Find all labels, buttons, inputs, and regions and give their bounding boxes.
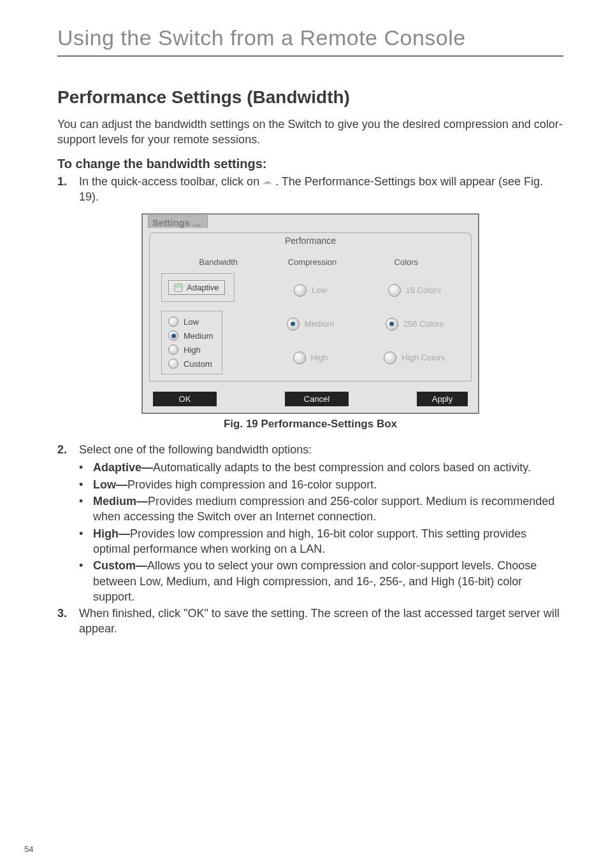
page-number: 54 bbox=[24, 844, 33, 854]
dialog-footer: OK Cancel Apply bbox=[143, 388, 478, 413]
step-2-text: Select one of the following bandwidth op… bbox=[79, 442, 563, 457]
option-high: • High—Provides low compression and high… bbox=[79, 526, 563, 557]
compression-high-radio[interactable]: High bbox=[293, 352, 328, 364]
bandwidth-radio-group: Low Medium High bbox=[161, 311, 222, 374]
option-high-term: High— bbox=[93, 527, 130, 540]
option-low-term: Low— bbox=[93, 478, 127, 491]
bandwidth-high-label: High bbox=[184, 345, 201, 355]
compression-column: Low Medium High bbox=[265, 273, 355, 374]
figure-caption: Fig. 19 Performance-Settings Box bbox=[57, 418, 563, 430]
dialog-title-tab: Settings ... bbox=[148, 215, 208, 228]
colors-high-radio[interactable]: High Colors bbox=[384, 352, 445, 364]
col-header-compression: Compression bbox=[265, 257, 359, 267]
col-header-colors: Colors bbox=[359, 257, 453, 267]
bandwidth-low-label: Low bbox=[184, 317, 199, 327]
colors-256-radio[interactable]: 256 Colors bbox=[386, 318, 444, 331]
adaptive-icon bbox=[174, 283, 183, 292]
step-number: 2. bbox=[57, 442, 79, 457]
option-custom: • Custom—Allows you to select your own c… bbox=[79, 558, 563, 604]
bandwidth-medium-label: Medium bbox=[184, 331, 213, 341]
step-1-text-a: In the quick-access toolbar, click on bbox=[79, 175, 263, 188]
option-low-desc: Provides high compression and 16-color s… bbox=[127, 478, 377, 491]
option-low: • Low—Provides high compression and 16-c… bbox=[79, 477, 563, 492]
option-custom-term: Custom— bbox=[93, 559, 147, 572]
performance-toolbar-icon bbox=[263, 176, 272, 186]
intro-paragraph: You can adjust the bandwidth settings on… bbox=[57, 117, 563, 148]
colors-high-label: High Colors bbox=[402, 353, 445, 362]
bandwidth-custom-radio[interactable]: Custom bbox=[168, 359, 213, 369]
option-medium-desc: Provides medium compression and 256-colo… bbox=[93, 495, 554, 523]
bandwidth-medium-radio[interactable]: Medium bbox=[168, 331, 213, 341]
performance-panel: Bandwidth Compression Colors bbox=[149, 248, 472, 381]
compression-low-label: Low bbox=[312, 285, 327, 295]
option-adaptive-desc: Automatically adapts to the best compres… bbox=[153, 461, 531, 474]
adaptive-group: Adaptive bbox=[161, 273, 235, 302]
option-medium-term: Medium— bbox=[93, 495, 148, 508]
compression-high-label: High bbox=[311, 353, 328, 362]
settings-dialog: Settings ... Performance Bandwidth Compr… bbox=[141, 213, 479, 414]
apply-button[interactable]: Apply bbox=[417, 392, 468, 406]
option-medium: • Medium—Provides medium compression and… bbox=[79, 494, 563, 525]
bandwidth-custom-label: Custom bbox=[184, 359, 212, 369]
compression-low-radio[interactable]: Low bbox=[294, 284, 327, 297]
compression-medium-label: Medium bbox=[305, 319, 334, 329]
colors-16-radio[interactable]: 16 Colors bbox=[388, 284, 442, 297]
compression-medium-radio[interactable]: Medium bbox=[287, 318, 334, 331]
page: Using the Switch from a Remote Console P… bbox=[0, 0, 608, 868]
step-2: 2. Select one of the following bandwidth… bbox=[57, 442, 563, 457]
option-custom-desc: Allows you to select your own compressio… bbox=[93, 559, 537, 603]
colors-16-label: 16 Colors bbox=[406, 285, 442, 295]
step-number: 1. bbox=[57, 174, 79, 205]
running-head: Using the Switch from a Remote Console bbox=[57, 25, 563, 57]
step-3: 3. When finished, click "OK" to save the… bbox=[57, 606, 563, 637]
adaptive-label: Adaptive bbox=[187, 283, 219, 292]
step-1: 1. In the quick-access toolbar, click on… bbox=[57, 174, 563, 205]
step-number: 3. bbox=[57, 606, 79, 637]
dialog-figure: Settings ... Performance Bandwidth Compr… bbox=[141, 213, 479, 414]
ok-button[interactable]: OK bbox=[153, 392, 217, 406]
option-adaptive: • Adaptive—Automatically adapts to the b… bbox=[79, 460, 563, 475]
bandwidth-low-radio[interactable]: Low bbox=[168, 317, 213, 327]
svg-point-1 bbox=[266, 183, 268, 184]
colors-256-label: 256 Colors bbox=[403, 319, 444, 329]
svg-rect-3 bbox=[176, 285, 182, 287]
adaptive-button[interactable]: Adaptive bbox=[168, 280, 225, 295]
option-high-desc: Provides low compression and high, 16-bi… bbox=[93, 527, 526, 555]
bandwidth-high-radio[interactable]: High bbox=[168, 345, 213, 355]
option-adaptive-term: Adaptive— bbox=[93, 461, 153, 474]
step-3-text: When finished, click "OK" to save the se… bbox=[79, 606, 563, 637]
section-title: Performance Settings (Bandwidth) bbox=[57, 87, 563, 108]
performance-tab[interactable]: Performance bbox=[149, 232, 472, 248]
options-list: • Adaptive—Automatically adapts to the b… bbox=[57, 460, 563, 604]
colors-column: 16 Colors 256 Colors High Colors bbox=[370, 273, 460, 374]
cancel-button[interactable]: Cancel bbox=[285, 392, 349, 406]
subheading: To change the bandwidth settings: bbox=[57, 157, 563, 171]
col-header-bandwidth: Bandwidth bbox=[168, 257, 265, 267]
